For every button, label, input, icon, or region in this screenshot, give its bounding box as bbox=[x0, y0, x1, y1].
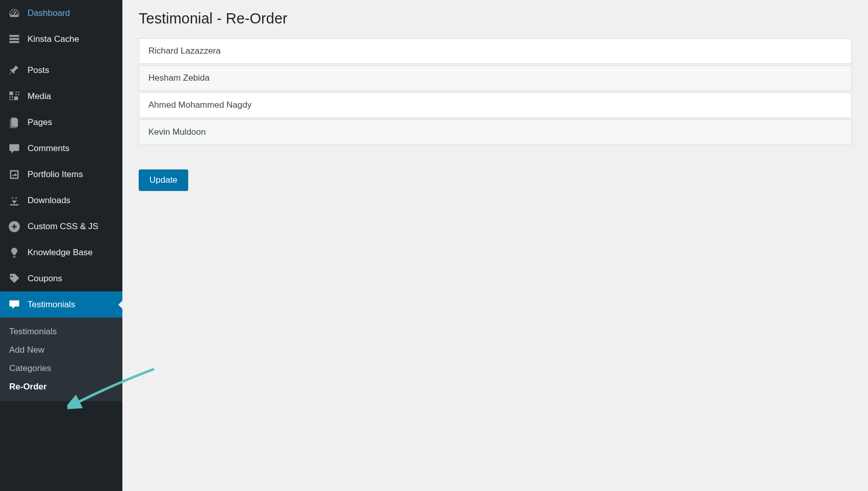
sidebar-item-label: Pages bbox=[28, 117, 52, 128]
page-title: Testimonial - Re-Order bbox=[139, 10, 852, 27]
sidebar-item-label: Comments bbox=[28, 143, 69, 154]
reorder-item[interactable]: Richard Lazazzera bbox=[139, 38, 852, 64]
sidebar-item-custom-css-js[interactable]: Custom CSS & JS bbox=[0, 213, 122, 239]
reorder-item[interactable]: Ahmed Mohammed Nagdy bbox=[139, 92, 852, 118]
reorder-item[interactable]: Hesham Zebida bbox=[139, 65, 852, 91]
bulb-icon bbox=[8, 247, 20, 259]
sidebar-item-dashboard[interactable]: Dashboard bbox=[0, 0, 122, 26]
reorder-item[interactable]: Kevin Muldoon bbox=[139, 119, 852, 145]
testimonials-submenu: Testimonials Add New Categories Re-Order bbox=[0, 317, 122, 401]
sidebar-item-label: Dashboard bbox=[28, 8, 70, 18]
media-icon bbox=[8, 90, 20, 103]
svg-rect-1 bbox=[9, 38, 19, 40]
plus-circle-icon bbox=[8, 220, 20, 233]
testimonials-icon bbox=[8, 299, 20, 311]
downloads-icon bbox=[8, 194, 20, 207]
sidebar-item-downloads[interactable]: Downloads bbox=[0, 187, 122, 213]
sidebar-item-pages[interactable]: Pages bbox=[0, 109, 122, 135]
submenu-item-reorder[interactable]: Re-Order bbox=[0, 378, 122, 396]
sidebar-item-label: Coupons bbox=[28, 274, 62, 284]
svg-rect-0 bbox=[9, 35, 19, 37]
submenu-item-categories[interactable]: Categories bbox=[0, 359, 122, 378]
admin-sidebar: Dashboard Kinsta Cache Posts Media Pages… bbox=[0, 0, 122, 491]
sidebar-item-label: Posts bbox=[28, 65, 49, 76]
sidebar-item-label: Media bbox=[28, 91, 51, 102]
tag-icon bbox=[8, 273, 20, 285]
sidebar-item-comments[interactable]: Comments bbox=[0, 135, 122, 161]
sidebar-item-portfolio[interactable]: Portfolio Items bbox=[0, 161, 122, 187]
sidebar-item-label: Testimonials bbox=[28, 300, 75, 310]
sidebar-item-label: Custom CSS & JS bbox=[28, 222, 98, 232]
svg-rect-2 bbox=[9, 41, 19, 43]
sidebar-item-label: Kinsta Cache bbox=[28, 34, 79, 44]
portfolio-icon bbox=[8, 168, 20, 181]
main-content: Testimonial - Re-Order Richard Lazazzera… bbox=[122, 0, 868, 491]
submenu-item-testimonials[interactable]: Testimonials bbox=[0, 323, 122, 341]
sidebar-item-label: Portfolio Items bbox=[28, 169, 83, 180]
sidebar-item-media[interactable]: Media bbox=[0, 83, 122, 109]
sidebar-item-label: Downloads bbox=[28, 195, 70, 206]
sidebar-item-knowledge-base[interactable]: Knowledge Base bbox=[0, 239, 122, 265]
sidebar-item-posts[interactable]: Posts bbox=[0, 57, 122, 83]
comments-icon bbox=[8, 142, 20, 155]
pages-icon bbox=[8, 116, 20, 129]
update-button[interactable]: Update bbox=[139, 169, 188, 191]
pin-icon bbox=[8, 64, 20, 77]
submenu-item-add-new[interactable]: Add New bbox=[0, 341, 122, 359]
dashboard-icon bbox=[8, 7, 20, 19]
sidebar-item-kinsta-cache[interactable]: Kinsta Cache bbox=[0, 26, 122, 52]
sidebar-item-coupons[interactable]: Coupons bbox=[0, 265, 122, 291]
sidebar-item-label: Knowledge Base bbox=[28, 248, 93, 258]
reorder-list: Richard Lazazzera Hesham Zebida Ahmed Mo… bbox=[139, 38, 852, 145]
cache-icon bbox=[8, 33, 20, 45]
sidebar-item-testimonials[interactable]: Testimonials bbox=[0, 291, 122, 317]
